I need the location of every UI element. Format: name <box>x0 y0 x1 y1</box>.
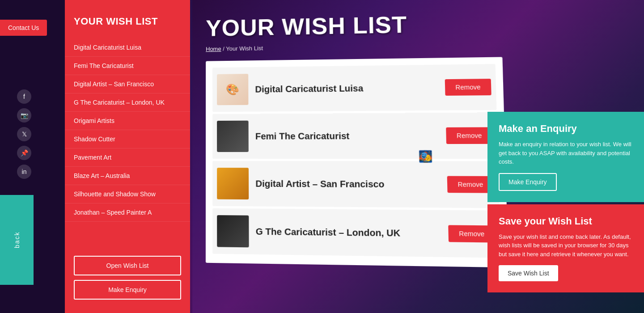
instagram-icon[interactable]: 📷 <box>17 108 31 123</box>
wish-item-name-luisa: Digital Caricaturist Luisa <box>255 82 438 94</box>
make-enquiry-sidebar-button[interactable]: Make Enquiry <box>74 280 181 300</box>
page-title: YOUR WISH LIST <box>206 6 644 41</box>
save-panel: Save your Wish List Save your wish list … <box>487 204 644 293</box>
sidebar-item-jonathan[interactable]: Jonathan – Speed Painter A <box>65 203 190 222</box>
contact-us-button[interactable]: Contact Us <box>0 20 47 36</box>
linkedin-icon[interactable]: in <box>17 165 31 179</box>
breadcrumb-current: Your Wish List <box>226 45 263 52</box>
sidebar-item-origami[interactable]: Origami Artists <box>65 112 190 130</box>
wish-item-name-g: G The Caricaturist – London, UK <box>256 226 441 239</box>
wish-item-name-sf: Digital Artist – San Francisco <box>255 178 440 190</box>
save-wish-list-button[interactable]: Save Wish List <box>499 265 558 281</box>
wish-item-image-sf <box>217 168 249 199</box>
wish-list-panel: Digital Caricaturist Luisa Remove Femi T… <box>206 57 508 267</box>
remove-sf-button[interactable]: Remove <box>447 176 494 193</box>
enquiry-panel-title: Make an Enquiry <box>499 123 633 135</box>
wish-list-item: Digital Artist – San Francisco Remove <box>212 161 500 208</box>
sidebar-item-g[interactable]: G The Caricaturist – London, UK <box>65 93 190 112</box>
make-enquiry-button[interactable]: Make Enquiry <box>499 173 557 191</box>
breadcrumb-home[interactable]: Home <box>206 46 221 52</box>
enquiry-panel-description: Make an enquiry in relation to your wish… <box>499 140 633 166</box>
remove-luisa-button[interactable]: Remove <box>445 79 491 96</box>
sidebar-item-shadow-cutter[interactable]: Shadow Cutter <box>65 130 190 148</box>
right-panels: Make an Enquiry Make an enquiry in relat… <box>487 112 644 292</box>
breadcrumb: Home / Your Wish List <box>206 38 644 52</box>
wish-item-image-femi <box>217 121 249 152</box>
open-wish-list-button[interactable]: Open Wish List <box>74 256 181 275</box>
sidebar-title: YOUR WISH LIST <box>65 9 190 38</box>
remove-femi-button[interactable]: Remove <box>446 127 493 144</box>
sidebar-buttons: Open Wish List Make Enquiry <box>74 256 181 304</box>
wish-item-image-g <box>217 215 249 247</box>
wish-list-item: Femi The Caricaturist Remove <box>212 112 498 159</box>
sidebar-item-luisa[interactable]: Digital Caricaturist Luisa <box>65 38 190 57</box>
wish-list-item: Digital Caricaturist Luisa Remove <box>212 64 496 112</box>
sidebar: YOUR WISH LIST Digital Caricaturist Luis… <box>65 0 190 313</box>
save-panel-description: Save your wish list and come back later.… <box>499 233 633 259</box>
wish-item-image-luisa <box>217 74 248 105</box>
wish-item-name-femi: Femi The Caricaturist <box>255 131 439 142</box>
facebook-icon[interactable]: f <box>17 89 31 104</box>
pinterest-icon[interactable]: 📌 <box>17 146 31 160</box>
social-icons-container: f 📷 𝕏 📌 in <box>17 89 31 179</box>
wish-list-item: G The Caricaturist – London, UK Remove <box>212 208 501 258</box>
enquiry-panel: Make an Enquiry Make an enquiry in relat… <box>487 112 644 202</box>
sidebar-item-blaze[interactable]: Blaze Art – Australia <box>65 167 190 185</box>
sidebar-item-pavement[interactable]: Pavement Art <box>65 148 190 167</box>
sidebar-item-femi[interactable]: Femi The Caricaturist <box>65 57 190 75</box>
back-button[interactable]: back <box>0 195 34 285</box>
twitter-icon[interactable]: 𝕏 <box>17 127 31 141</box>
sidebar-item-sf[interactable]: Digital Artist – San Francisco <box>65 75 190 93</box>
sidebar-item-silhouette[interactable]: Silhouette and Shadow Show <box>65 185 190 203</box>
save-panel-title: Save your Wish List <box>499 216 633 227</box>
